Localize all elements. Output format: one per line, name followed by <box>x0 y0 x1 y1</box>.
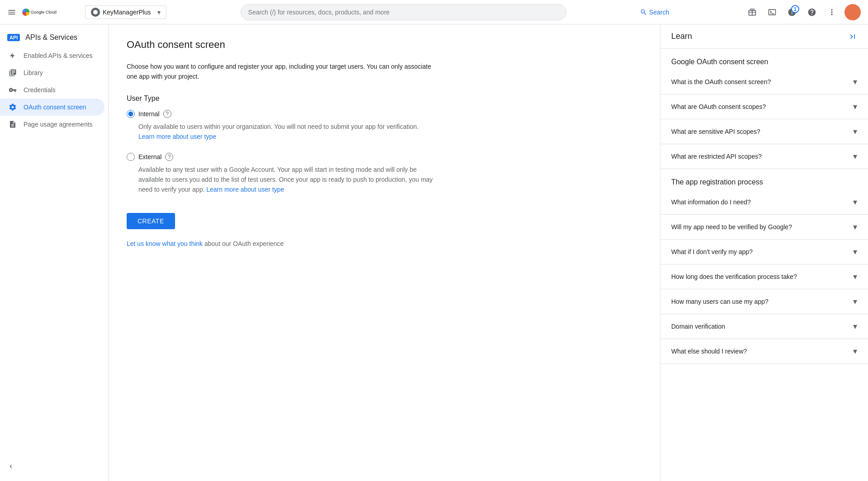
search-button[interactable]: Search <box>640 9 669 16</box>
oauth-consent-icon <box>7 103 18 111</box>
enabled-apis-icon <box>7 52 18 60</box>
accordion-restricted-scopes[interactable]: What are restricted API scopes? ▾ <box>660 144 868 169</box>
feedback-link[interactable]: Let us know what you think <box>127 240 203 247</box>
external-radio-label[interactable]: External ? <box>127 153 642 161</box>
credentials-icon <box>7 86 18 94</box>
external-help-icon[interactable]: ? <box>165 153 173 161</box>
main-layout: API APIs & Services Enabled APIs & servi… <box>0 24 868 481</box>
external-option: External ? Available to any test user wi… <box>127 153 642 195</box>
sidebar-item-page-usage[interactable]: Page usage agreements <box>0 116 104 133</box>
help-icon-btn[interactable] <box>803 3 821 21</box>
sidebar: API APIs & Services Enabled APIs & servi… <box>0 24 109 481</box>
search-input[interactable] <box>248 9 559 16</box>
accordion-sensitive-scopes[interactable]: What are sensitive API scopes? ▾ <box>660 119 868 144</box>
accordion-dont-verify[interactable]: What if I don't verify my app? ▾ <box>660 240 868 264</box>
internal-option: Internal ? Only available to users withi… <box>127 110 642 142</box>
project-name: KeyManagerPlus <box>103 9 151 16</box>
sidebar-item-oauth-consent[interactable]: OAuth consent screen <box>0 99 104 116</box>
accordion-app-chevron-6: ▾ <box>853 346 857 356</box>
sidebar-collapse-btn[interactable] <box>0 459 109 474</box>
page-title: OAuth consent screen <box>127 39 642 51</box>
accordion-app-chevron-2: ▾ <box>853 247 857 257</box>
internal-radio-text: Internal <box>138 110 160 118</box>
notification-icon-btn[interactable]: 1 <box>783 3 801 21</box>
internal-help-icon[interactable]: ? <box>163 110 171 118</box>
collapse-learn-panel-btn[interactable] <box>848 32 857 41</box>
accordion-app-chevron-0: ▾ <box>853 197 857 207</box>
accordion-how-long[interactable]: How long does the verification process t… <box>660 264 868 289</box>
internal-radio-desc: Only available to users within your orga… <box>127 122 434 142</box>
external-radio[interactable] <box>127 153 135 161</box>
sidebar-item-credentials[interactable]: Credentials <box>0 81 104 99</box>
topbar-actions: 1 <box>743 3 861 21</box>
user-type-section-title: User Type <box>127 94 642 103</box>
learn-panel-title: Learn <box>671 32 692 41</box>
accordion-chevron-3: ▾ <box>853 151 857 161</box>
sidebar-header: API APIs & Services <box>0 28 108 47</box>
create-button[interactable]: CREATE <box>127 213 175 229</box>
accordion-how-many[interactable]: How many users can use my app? ▾ <box>660 289 868 314</box>
accordion-verified[interactable]: Will my app need to be verified by Googl… <box>660 215 868 240</box>
user-avatar[interactable] <box>844 4 861 20</box>
gift-icon-btn[interactable] <box>743 3 761 21</box>
accordion-domain-verify[interactable]: Domain verification ▾ <box>660 314 868 339</box>
accordion-what-else[interactable]: What else should I review? ▾ <box>660 339 868 364</box>
accordion-app-chevron-1: ▾ <box>853 222 857 232</box>
library-icon <box>7 69 18 77</box>
sidebar-label-library: Library <box>24 69 43 76</box>
topbar: Google Cloud KeyManagerPlus ▾ Search 1 <box>0 0 868 24</box>
accordion-what-is-oauth[interactable]: What is the OAuth consent screen? ▾ <box>660 70 868 94</box>
sidebar-label-page-usage: Page usage agreements <box>24 121 93 128</box>
sidebar-title: APIs & Services <box>25 33 77 42</box>
accordion-chevron-0: ▾ <box>853 77 857 87</box>
google-cloud-logo: Google Cloud <box>22 6 76 19</box>
notification-badge: 1 <box>791 5 799 13</box>
app-registration-heading: The app registration process <box>660 169 868 190</box>
sidebar-label-credentials: Credentials <box>24 86 56 94</box>
sidebar-label-oauth-consent: OAuth consent screen <box>24 104 86 111</box>
internal-radio-label[interactable]: Internal ? <box>127 110 642 118</box>
accordion-what-are-scopes[interactable]: What are OAuth consent scopes? ▾ <box>660 94 868 119</box>
learn-panel-header: Learn <box>660 24 868 49</box>
accordion-app-chevron-4: ▾ <box>853 297 857 307</box>
external-radio-desc: Available to any test user with a Google… <box>127 165 434 195</box>
intro-text: Choose how you want to configure and reg… <box>127 61 443 82</box>
accordion-chevron-2: ▾ <box>853 127 857 137</box>
learn-panel: Learn Google OAuth consent screen What i… <box>660 24 868 481</box>
search-bar <box>241 4 566 20</box>
api-badge: API <box>7 34 20 41</box>
more-icon-btn[interactable] <box>823 3 841 21</box>
footer-text: Let us know what you think about our OAu… <box>127 240 642 247</box>
internal-radio[interactable] <box>127 110 135 118</box>
external-radio-text: External <box>138 153 161 160</box>
sidebar-label-enabled-apis: Enabled APIs & services <box>24 52 93 59</box>
google-oauth-heading: Google OAuth consent screen <box>660 49 868 70</box>
menu-icon[interactable] <box>7 8 16 17</box>
project-selector[interactable]: KeyManagerPlus ▾ <box>85 5 166 19</box>
terminal-icon-btn[interactable] <box>763 3 781 21</box>
accordion-app-chevron-3: ▾ <box>853 272 857 282</box>
search-label: Search <box>649 9 669 16</box>
external-learn-more-link[interactable]: Learn more about user type <box>206 186 284 193</box>
accordion-chevron-1: ▾ <box>853 102 857 112</box>
svg-text:Google Cloud: Google Cloud <box>31 10 57 14</box>
sidebar-item-enabled-apis[interactable]: Enabled APIs & services <box>0 47 104 64</box>
internal-learn-more-link[interactable]: Learn more about user type <box>138 133 216 140</box>
sidebar-item-library[interactable]: Library <box>0 64 104 81</box>
page-usage-icon <box>7 120 18 128</box>
main-content: OAuth consent screen Choose how you want… <box>109 24 660 481</box>
accordion-what-info[interactable]: What information do I need? ▾ <box>660 190 868 215</box>
accordion-app-chevron-5: ▾ <box>853 321 857 331</box>
